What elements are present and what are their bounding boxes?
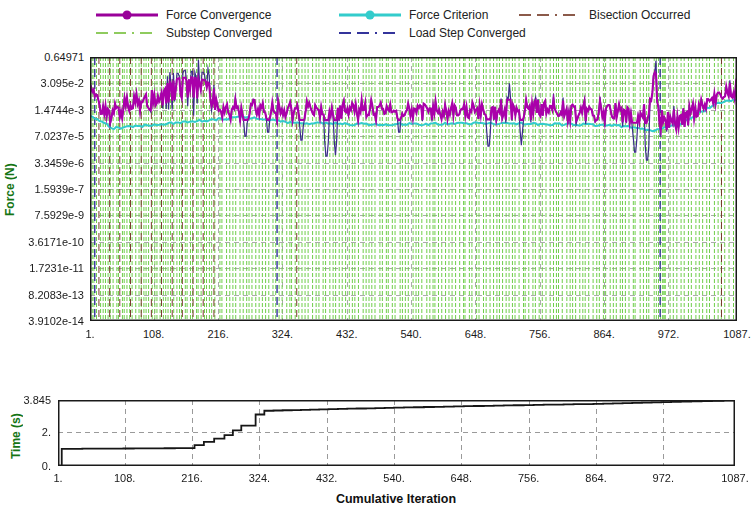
solver-convergence-monitor: Force Convergence Force Criterion Bisect… — [0, 0, 754, 521]
time-xtick-label: 1087. — [711, 472, 754, 484]
legend-item-force-criterion: Force Criterion — [338, 8, 488, 22]
force-ytick-label: 0.64971 — [0, 51, 84, 63]
force-xtick-label: 324. — [258, 328, 306, 340]
time-xtick-label: 972. — [639, 472, 687, 484]
bisection-line-icon — [518, 8, 582, 22]
force-ytick-label: 3.095e-2 — [0, 77, 84, 89]
force-xtick-label: 972. — [645, 328, 693, 340]
legend-label: Load Step Converged — [409, 26, 526, 40]
force-xtick-label: 756. — [516, 328, 564, 340]
time-xtick-label: 756. — [505, 472, 553, 484]
time-xtick-label: 540. — [370, 472, 418, 484]
time-xtick-label: 216. — [168, 472, 216, 484]
legend-label: Substep Converged — [166, 26, 272, 40]
legend-item-load-step-converged: Load Step Converged — [338, 26, 526, 40]
time-ytick-label: 2. — [0, 426, 51, 438]
force-xtick-label: 108. — [130, 328, 178, 340]
force-ytick-label: 7.5929e-9 — [0, 209, 84, 221]
force-criterion-line-icon — [338, 8, 402, 22]
force-chart-canvas — [90, 57, 737, 321]
time-xtick-label: 1. — [34, 472, 82, 484]
force-ytick-label: 1.7231e-11 — [0, 262, 84, 274]
force-convergence-line-icon — [95, 8, 159, 22]
time-xtick-label: 324. — [235, 472, 283, 484]
force-xtick-label: 216. — [194, 328, 242, 340]
legend-label: Force Convergence — [166, 8, 271, 22]
force-ytick-label: 3.3459e-6 — [0, 157, 84, 169]
force-xtick-label: 1. — [66, 328, 114, 340]
substep-line-icon — [95, 26, 159, 40]
time-chart-canvas — [58, 400, 735, 466]
force-ytick-label: 1.4744e-3 — [0, 104, 84, 116]
time-xtick-label: 108. — [101, 472, 149, 484]
force-xtick-label: 864. — [580, 328, 628, 340]
time-xtick-label: 648. — [437, 472, 485, 484]
force-ytick-label: 1.5939e-7 — [0, 183, 84, 195]
force-xtick-label: 648. — [452, 328, 500, 340]
legend-item-force-convergence: Force Convergence — [95, 8, 271, 22]
legend-item-bisection-occurred: Bisection Occurred — [518, 8, 690, 22]
force-xtick-label: 1087. — [713, 328, 754, 340]
legend-item-substep-converged: Substep Converged — [95, 26, 272, 40]
force-ytick-label: 7.0237e-5 — [0, 130, 84, 142]
force-ytick-label: 3.6171e-10 — [0, 236, 84, 248]
force-xtick-label: 432. — [323, 328, 371, 340]
time-xtick-label: 864. — [572, 472, 620, 484]
x-axis-title: Cumulative Iteration — [296, 492, 496, 506]
legend-label: Bisection Occurred — [589, 8, 690, 22]
legend-label: Force Criterion — [409, 8, 488, 22]
force-ytick-label: 3.9102e-14 — [0, 315, 84, 327]
time-ytick-label: 0. — [0, 460, 51, 472]
force-xtick-label: 540. — [387, 328, 435, 340]
time-xtick-label: 432. — [303, 472, 351, 484]
load-step-line-icon — [338, 26, 402, 40]
time-ytick-label: 3.845 — [0, 394, 51, 406]
force-ytick-label: 8.2083e-13 — [0, 289, 84, 301]
